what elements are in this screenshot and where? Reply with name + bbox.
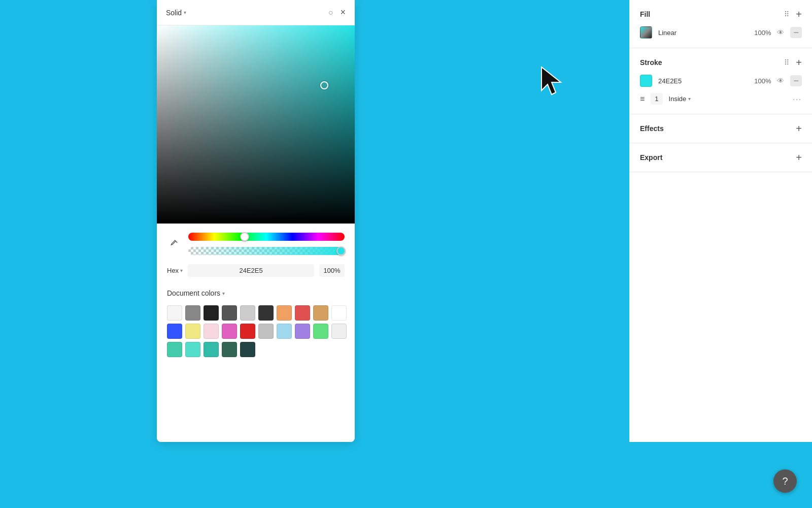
stroke-color-swatch[interactable]	[640, 75, 652, 87]
hex-label-text: Hex	[167, 267, 179, 274]
hex-chevron-icon: ▾	[180, 268, 183, 273]
swatch-gray[interactable]	[185, 305, 200, 321]
properties-panel: Fill ⠿ + Linear 100% 👁 − Stroke ⠿ + 24E2…	[629, 0, 812, 442]
swatch-pink[interactable]	[222, 324, 237, 339]
export-title: Export	[640, 153, 662, 162]
swatch-teal[interactable]	[167, 342, 182, 357]
swatch-teal2[interactable]	[185, 342, 200, 357]
svg-line-0	[176, 241, 177, 243]
swatch-silver[interactable]	[258, 324, 274, 339]
swatch-green[interactable]	[313, 324, 328, 339]
doc-colors-header[interactable]: Document colors ▾	[157, 285, 355, 301]
cursor-arrow	[540, 66, 566, 99]
stroke-lines-icon[interactable]: ≡	[640, 94, 645, 104]
swatch-off-white[interactable]	[331, 324, 347, 339]
swatch-purple[interactable]	[295, 324, 310, 339]
chevron-down-icon: ▾	[184, 10, 186, 15]
stroke-section-actions: ⠿ +	[784, 57, 802, 68]
color-swatches	[157, 301, 355, 361]
stroke-section-header: Stroke ⠿ +	[640, 57, 802, 68]
swatch-yellow[interactable]	[185, 324, 200, 339]
swatch-blue[interactable]	[167, 324, 182, 339]
opacity-value[interactable]: 100%	[319, 264, 345, 277]
stroke-weight[interactable]: 1	[651, 93, 662, 105]
fill-item: Linear 100% 👁 −	[640, 26, 802, 39]
fill-visibility-icon[interactable]: 👁	[777, 28, 784, 37]
help-button[interactable]: ?	[773, 469, 797, 493]
solid-label: Solid	[166, 9, 182, 17]
fill-section: Fill ⠿ + Linear 100% 👁 −	[630, 0, 812, 48]
fill-item-opacity: 100%	[754, 29, 771, 37]
stroke-position-dropdown[interactable]: Inside ▾	[669, 95, 691, 103]
panel-header: Solid ▾ ○ ×	[157, 0, 355, 25]
stroke-options-row: ≡ 1 Inside ▾ ···	[640, 93, 802, 105]
fill-remove-button[interactable]: −	[790, 27, 802, 38]
swatch-red[interactable]	[295, 305, 310, 321]
effects-header: Effects +	[640, 123, 802, 134]
stroke-grid-icon[interactable]: ⠿	[784, 58, 790, 67]
stroke-title: Stroke	[640, 58, 662, 67]
swatch-dark-gray[interactable]	[222, 305, 237, 321]
export-add-button[interactable]: +	[796, 152, 802, 163]
fill-title: Fill	[640, 10, 650, 18]
close-icon[interactable]: ×	[340, 7, 346, 18]
svg-marker-1	[542, 67, 561, 94]
swatch-orange[interactable]	[277, 305, 292, 321]
fill-grid-icon[interactable]: ⠿	[784, 10, 790, 18]
help-icon: ?	[782, 475, 788, 487]
alpha-slider[interactable]	[188, 247, 345, 255]
stroke-more-options[interactable]: ···	[793, 95, 802, 103]
fill-add-button[interactable]: +	[796, 9, 802, 19]
color-cursor[interactable]	[320, 81, 328, 89]
swatch-darkest-teal[interactable]	[240, 342, 255, 357]
panel-header-icons: ○ ×	[328, 7, 346, 18]
stroke-position-label: Inside	[669, 95, 687, 103]
stroke-remove-button[interactable]: −	[790, 75, 802, 86]
stroke-opacity: 100%	[754, 77, 771, 85]
fill-section-actions: ⠿ +	[784, 9, 802, 19]
stroke-section: Stroke ⠿ + 24E2E5 100% 👁 − ≡ 1 Inside ▾ …	[630, 48, 812, 114]
stroke-add-button[interactable]: +	[796, 57, 802, 68]
doc-colors-label: Document colors	[167, 289, 220, 297]
swatch-light-gray[interactable]	[240, 305, 255, 321]
effects-add-button[interactable]: +	[796, 123, 802, 134]
export-header: Export +	[640, 152, 802, 163]
opacity-icon[interactable]: ○	[328, 8, 333, 17]
hue-slider[interactable]	[188, 233, 345, 241]
sliders-area	[157, 224, 355, 264]
fill-section-header: Fill ⠿ +	[640, 9, 802, 19]
swatch-tan[interactable]	[313, 305, 328, 321]
hex-label[interactable]: Hex ▾	[167, 267, 183, 274]
hex-value[interactable]: 24E2E5	[188, 264, 314, 277]
eyedropper-button[interactable]	[167, 236, 182, 251]
swatch-red2[interactable]	[240, 324, 255, 339]
swatch-teal3[interactable]	[204, 342, 219, 357]
swatch-dark-teal[interactable]	[222, 342, 237, 357]
hex-row: Hex ▾ 24E2E5 100%	[157, 264, 355, 285]
effects-section: Effects +	[630, 114, 812, 143]
color-picker-panel: Solid ▾ ○ × Hex ▾	[157, 0, 355, 442]
swatch-sky-blue[interactable]	[277, 324, 292, 339]
hue-thumb[interactable]	[240, 232, 249, 241]
solid-dropdown[interactable]: Solid ▾	[166, 9, 186, 17]
swatch-white[interactable]	[167, 305, 182, 321]
sliders-stack	[188, 233, 345, 255]
fill-color-swatch[interactable]	[640, 26, 652, 39]
stroke-visibility-icon[interactable]: 👁	[777, 77, 784, 85]
swatch-pink-light[interactable]	[204, 324, 219, 339]
swatch-darker-gray[interactable]	[258, 305, 274, 321]
export-section: Export +	[630, 143, 812, 172]
stroke-color-item: 24E2E5 100% 👁 −	[640, 75, 802, 87]
swatch-white2[interactable]	[331, 305, 347, 321]
doc-colors-chevron-icon: ▾	[222, 291, 225, 296]
effects-title: Effects	[640, 124, 664, 133]
alpha-thumb[interactable]	[336, 246, 346, 256]
stroke-hex-label: 24E2E5	[658, 77, 748, 85]
swatch-black[interactable]	[204, 305, 219, 321]
fill-item-label: Linear	[658, 29, 748, 37]
stroke-position-chevron-icon: ▾	[688, 96, 691, 102]
gradient-area[interactable]	[157, 25, 355, 224]
